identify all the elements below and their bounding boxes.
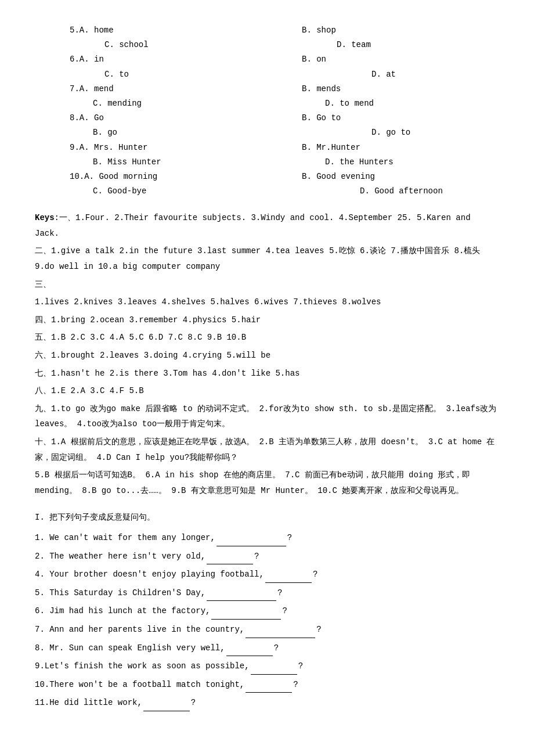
- part7-row: 七、1.hasn't he 2.is there 3.Tom has 4.don…: [35, 366, 499, 381]
- part8-row: 八、1.E 2.A 3.C 4.F 5.B: [35, 383, 499, 399]
- item-9-text: 9.Let's finish the work as soon as possi…: [35, 661, 250, 671]
- item-1-text: 1. We can't wait for them any longer,: [35, 533, 215, 542]
- exercise-item-9: 9.Let's finish the work as soon as possi…: [35, 658, 499, 675]
- part7-content: 1.hasn't he 2.is there 3.Tom has 4.don't…: [51, 369, 300, 378]
- part9-line1: 1.to go 改为go make 后跟省略 to 的动词不定式。 2.for改…: [35, 404, 496, 429]
- q8-row: 8.A. Go B. Go to: [35, 111, 499, 125]
- item-5-text: 5. This Saturday is Children'S Day,: [35, 588, 205, 597]
- part10-label: 十、: [35, 437, 51, 447]
- part2-content: 1.give a talk 2.in the future 3.last sum…: [35, 246, 480, 271]
- part4-row: 四、1.bring 2.ocean 3.remember 4.physics 5…: [35, 312, 499, 328]
- part5-content: 1.B 2.C 3.C 4.A 5.C 6.D 7.C 8.C 9.B 10.B: [51, 333, 246, 342]
- keys-section: Keys:一、1.Four. 2.Their favourite subject…: [35, 210, 499, 498]
- blank-1: [217, 530, 286, 546]
- item-6-text: 6. Jim had his lunch at the factory,: [35, 606, 210, 615]
- exercise-item-10: 10.There won't be a football match tonig…: [35, 677, 499, 693]
- part9-label: 九、: [35, 404, 51, 413]
- q10-c: C. Good-bye: [93, 184, 325, 199]
- q6-row: 6.A. in B. on: [35, 52, 499, 67]
- exercise-item-5: 5. This Saturday is Children'S Day, ?: [35, 585, 499, 602]
- exercise-section: I. 把下列句子变成反意疑问句。 1. We can't wait for th…: [35, 510, 499, 711]
- q8-b: B. Go to: [302, 111, 511, 125]
- blank-11: [143, 695, 190, 711]
- blank-4: [265, 567, 312, 583]
- part4-label: 四、: [35, 315, 51, 325]
- part3-content-row: 1.lives 2.knives 3.leaves 4.shelves 5.ha…: [35, 294, 499, 310]
- keys-header: Keys:一、1.Four. 2.Their favourite subject…: [35, 210, 499, 241]
- exercise-item-11: 11.He did little work, ?: [35, 695, 499, 711]
- part10-header: 十、1.A 根据前后文的意思，应该是她正在吃早饭，故选A。 2.B 主语为单数第…: [35, 434, 499, 465]
- part3-label: 三、: [35, 280, 51, 289]
- part7-label: 七、: [35, 369, 51, 378]
- item-11-text: 11.He did little work,: [35, 698, 142, 707]
- item-2-text: 2. The weather here isn't very old,: [35, 552, 205, 561]
- mcq-section: 5.A. home B. shop C. school D. team 6.A.…: [35, 23, 499, 199]
- q5-b: B. shop: [302, 23, 511, 38]
- item-8-text: 8. Mr. Sun can speak English very well,: [35, 643, 225, 653]
- q10-row: 10.A. Good morning B. Good evening: [35, 170, 499, 184]
- exercise-title: I. 把下列句子变成反意疑问句。: [35, 510, 499, 525]
- part3-header: 三、: [35, 277, 499, 293]
- part5-row: 五、1.B 2.C 3.C 4.A 5.C 6.D 7.C 8.C 9.B 10…: [35, 330, 499, 345]
- q6-b: B. on: [302, 52, 511, 67]
- part9-header: 九、1.to go 改为go make 后跟省略 to 的动词不定式。 2.fo…: [35, 401, 499, 432]
- q9-cd-row: B. Miss Hunter D. the Hunters: [35, 155, 499, 170]
- blank-10: [246, 677, 292, 693]
- q10-b: B. Good evening: [302, 170, 511, 184]
- blank-8: [226, 640, 273, 657]
- keys-label: Keys: [35, 213, 55, 222]
- part8-label: 八、: [35, 386, 51, 395]
- part10-line2-row: 5.B 根据后一句话可知选B。 6.A in his shop 在他的商店里。 …: [35, 467, 499, 498]
- q8-c: B. go: [93, 125, 325, 140]
- part6-row: 六、1.brought 2.leaves 3.doing 4.crying 5.…: [35, 348, 499, 363]
- q7-row: 7.A. mend B. mends: [35, 82, 499, 96]
- part4-content: 1.bring 2.ocean 3.remember 4.physics 5.h…: [51, 315, 261, 325]
- q5-a: 5.A. home: [70, 23, 302, 38]
- q5-cd-row: C. school D. team: [35, 38, 499, 52]
- exercise-item-1: 1. We can't wait for them any longer, ?: [35, 530, 499, 546]
- part1-content: 1.Four. 2.Their favourite subjects. 3.Wi…: [35, 213, 471, 238]
- part6-label: 六、: [35, 351, 51, 360]
- exercise-item-6: 6. Jim had his lunch at the factory, ?: [35, 603, 499, 620]
- q7-cd-row: C. mending D. to mend: [35, 96, 499, 111]
- q7-a: 7.A. mend: [70, 82, 302, 96]
- exercise-item-7: 7. Ann and her parents live in the count…: [35, 622, 499, 638]
- page-content: 5.A. home B. shop C. school D. team 6.A.…: [35, 23, 499, 711]
- q10-a: 10.A. Good morning: [70, 170, 302, 184]
- q9-c: B. Miss Hunter: [93, 155, 325, 170]
- item-10-text: 10.There won't be a football match tonig…: [35, 680, 244, 689]
- q6-c: C. to: [104, 67, 337, 82]
- blank-6: [211, 603, 281, 620]
- blank-9: [251, 658, 297, 675]
- part6-content: 1.brought 2.leaves 3.doing 4.crying 5.wi…: [51, 351, 270, 360]
- q9-a: 9.A. Mrs. Hunter: [70, 141, 302, 155]
- q9-b: B. Mr.Hunter: [302, 141, 511, 155]
- exercise-item-4: 4. Your brother doesn't enjoy playing fo…: [35, 567, 499, 583]
- q5-c: C. school: [104, 38, 337, 52]
- keys-colon: :: [55, 213, 59, 222]
- q7-b: B. mends: [302, 82, 511, 96]
- q6-cd-row: C. to D. at: [35, 67, 499, 82]
- q5-d: D. team: [337, 38, 534, 52]
- q6-d: D. at: [337, 67, 534, 82]
- q6-a: 6.A. in: [70, 52, 302, 67]
- part2-label: 二、: [35, 246, 51, 255]
- part10-line1: 1.A 根据前后文的意思，应该是她正在吃早饭，故选A。 2.B 主语为单数第三人…: [35, 437, 495, 462]
- part5-label: 五、: [35, 333, 51, 342]
- q8-a: 8.A. Go: [70, 111, 302, 125]
- part2-row: 二、1.give a talk 2.in the future 3.last s…: [35, 243, 499, 274]
- q7-d: D. to mend: [325, 96, 534, 111]
- q9-row: 9.A. Mrs. Hunter B. Mr.Hunter: [35, 141, 499, 155]
- part10-line2: 5.B 根据后一句话可知选B。 6.A in his shop 在他的商店里。 …: [35, 470, 470, 495]
- q8-cd-row: B. go D. go to: [35, 125, 499, 140]
- blank-2: [207, 549, 253, 565]
- part8-content: 1.E 2.A 3.C 4.F 5.B: [51, 386, 144, 395]
- blank-5: [207, 585, 276, 602]
- q5-row: 5.A. home B. shop: [35, 23, 499, 38]
- item-7-text: 7. Ann and her parents live in the count…: [35, 625, 244, 634]
- part1-label: 一、: [59, 213, 75, 222]
- q7-c: C. mending: [93, 96, 325, 111]
- q8-d: D. go to: [325, 125, 534, 140]
- q9-d: D. the Hunters: [325, 155, 534, 170]
- blank-7: [246, 622, 315, 638]
